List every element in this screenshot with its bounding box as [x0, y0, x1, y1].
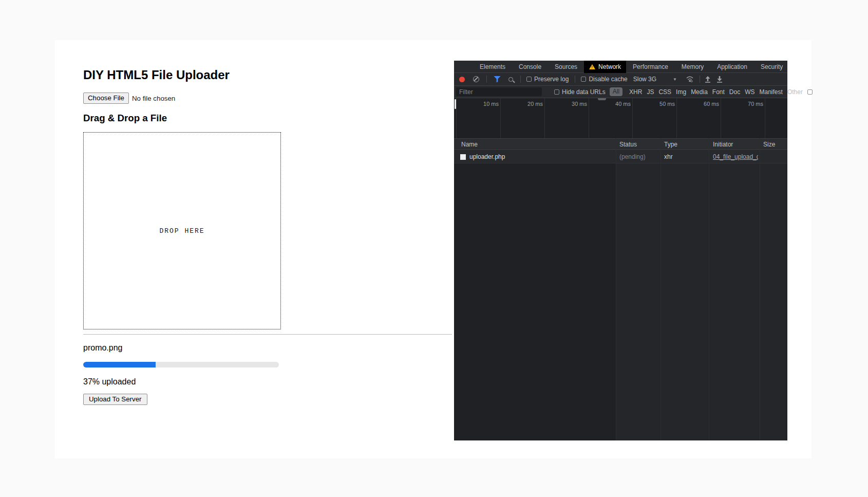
upload-progress-fill — [83, 362, 156, 367]
export-har-icon[interactable] — [716, 76, 723, 83]
filter-funnel-icon[interactable] — [494, 76, 501, 83]
tab-security[interactable]: Security — [754, 61, 789, 73]
column-header-name[interactable]: Name — [461, 141, 478, 148]
filter-all-pill[interactable]: All — [610, 87, 622, 96]
filter-img[interactable]: Img — [676, 88, 686, 96]
timeline-notch — [598, 98, 606, 100]
requests-table-header: Name Status Type Initiator Size — [454, 138, 787, 150]
filter-xhr[interactable]: XHR — [629, 88, 642, 96]
devtools-tab-bar: Elements Console Sources Network Perform… — [454, 61, 787, 73]
preserve-log-label: Preserve log — [534, 76, 569, 83]
search-icon[interactable] — [508, 77, 513, 82]
timeline-gridline — [500, 98, 501, 138]
disable-cache-checkbox[interactable] — [581, 77, 586, 82]
filter-media[interactable]: Media — [691, 88, 708, 96]
column-divider[interactable] — [709, 138, 709, 440]
column-shade — [760, 163, 787, 440]
timeline-gridline — [632, 98, 633, 138]
column-divider[interactable] — [616, 138, 616, 440]
tab-elements[interactable]: Elements — [473, 61, 512, 73]
filter-doc[interactable]: Doc — [729, 88, 740, 96]
hide-data-urls-label: Hide data URLs — [562, 88, 606, 96]
filter-manifest[interactable]: Manifest — [760, 88, 783, 96]
timeline-gridline — [721, 98, 721, 138]
record-dot-icon[interactable] — [459, 77, 465, 82]
tab-sources[interactable]: Sources — [548, 61, 584, 73]
request-status: (pending) — [619, 153, 646, 160]
tab-network[interactable]: Network — [584, 61, 626, 73]
request-initiator-link[interactable]: 04_file_upload_d… — [713, 153, 758, 160]
choose-file-button[interactable]: Choose File — [83, 93, 129, 104]
chevron-down-icon[interactable]: ▼ — [673, 77, 677, 82]
request-type: xhr — [664, 153, 673, 160]
timeline-gridline — [456, 98, 457, 138]
timeline-tick: 10 ms — [478, 101, 499, 107]
page-title: DIY HTML5 File Uploader — [83, 68, 230, 82]
filter-ws[interactable]: WS — [745, 88, 754, 96]
filter-css[interactable]: CSS — [658, 88, 671, 96]
divider — [83, 334, 452, 335]
upload-percent-text: 37% uploaded — [83, 377, 136, 386]
separator — [520, 76, 521, 83]
timeline-tick: 40 ms — [610, 101, 631, 107]
tab-application[interactable]: Application — [710, 61, 754, 73]
timeline-tick: 70 ms — [743, 101, 763, 107]
timeline-gridline — [765, 98, 765, 138]
timeline-tick: 50 ms — [654, 101, 675, 107]
column-divider[interactable] — [661, 138, 661, 440]
column-header-initiator[interactable]: Initiator — [713, 141, 733, 148]
timeline-tick: 30 ms — [567, 101, 587, 107]
timeline-tick: 60 ms — [699, 101, 719, 107]
filter-font[interactable]: Font — [712, 88, 725, 96]
tab-console[interactable]: Console — [512, 61, 548, 73]
separator — [575, 76, 575, 83]
disable-cache-label: Disable cache — [589, 76, 627, 83]
file-icon — [460, 154, 466, 160]
network-toolbar: Preserve log Disable cache Slow 3G ▼ — [454, 73, 787, 86]
upload-to-server-button[interactable]: Upload To Server — [83, 394, 147, 405]
column-shade — [661, 163, 709, 440]
column-shade — [709, 163, 760, 440]
separator — [486, 76, 487, 83]
timeline-gridline — [589, 98, 589, 138]
file-input[interactable]: Choose File No file chosen — [83, 93, 175, 104]
warning-triangle-icon — [589, 64, 595, 69]
requests-empty-area — [454, 163, 787, 440]
upload-progress-bar — [83, 362, 279, 367]
drop-zone[interactable]: DROP HERE — [83, 132, 281, 329]
column-header-status[interactable]: Status — [619, 141, 637, 148]
column-header-type[interactable]: Type — [664, 141, 677, 148]
timeline-gridline — [676, 98, 677, 138]
tab-performance[interactable]: Performance — [626, 61, 675, 73]
tab-memory[interactable]: Memory — [675, 61, 710, 73]
group-by-frame-checkbox[interactable] — [807, 89, 813, 95]
drop-zone-label: DROP HERE — [84, 133, 280, 329]
network-filter-bar: Hide data URLs All XHR JS CSS Img Media … — [454, 86, 787, 98]
devtools-panel: Elements Console Sources Network Perform… — [454, 61, 787, 440]
import-har-icon[interactable] — [705, 76, 711, 83]
file-chosen-status: No file chosen — [132, 95, 175, 102]
timeline-scrubber[interactable] — [455, 99, 456, 109]
clear-icon[interactable] — [473, 76, 479, 82]
filter-js[interactable]: JS — [647, 88, 654, 96]
column-divider[interactable] — [760, 138, 760, 440]
column-shade — [616, 163, 661, 440]
filter-input[interactable] — [456, 87, 542, 96]
throttling-select[interactable]: Slow 3G — [633, 76, 656, 83]
network-conditions-icon[interactable] — [686, 76, 694, 83]
upload-filename: promo.png — [83, 343, 123, 353]
table-row[interactable]: uploader.php (pending) xhr 04_file_uploa… — [454, 151, 787, 163]
hide-data-urls-checkbox[interactable] — [554, 89, 559, 95]
timeline-tick: 20 ms — [522, 101, 543, 107]
request-name[interactable]: uploader.php — [469, 153, 505, 160]
network-timeline-overview[interactable]: 10 ms 20 ms 30 ms 40 ms 50 ms 60 ms 70 m… — [454, 98, 787, 138]
dragdrop-heading: Drag & Drop a File — [83, 113, 167, 124]
timeline-gridline — [544, 98, 545, 138]
column-header-size[interactable]: Size — [763, 141, 775, 148]
preserve-log-checkbox[interactable] — [526, 77, 532, 82]
filter-other[interactable]: Other — [787, 88, 803, 96]
separator — [700, 76, 700, 83]
